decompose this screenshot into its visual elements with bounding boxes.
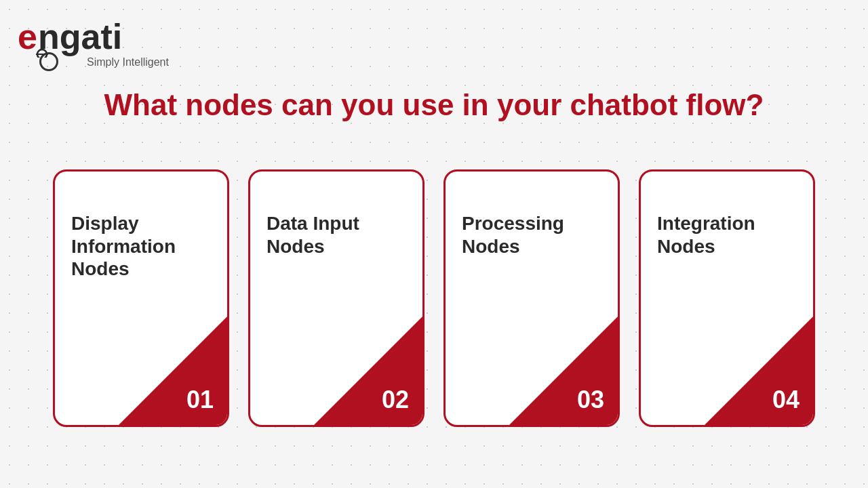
card-title-02: Data Input Nodes <box>267 212 406 258</box>
logo: e ngati Simply Intelligent <box>16 14 169 71</box>
card-04: Integration Nodes04 <box>639 169 815 427</box>
cards-container: Display Information Nodes01Data Input No… <box>41 169 827 427</box>
logo-circle-icon <box>39 52 58 71</box>
card-number-04: 04 <box>772 386 800 414</box>
card-03: Processing Nodes03 <box>443 169 620 427</box>
card-number-02: 02 <box>382 386 409 414</box>
main-title: What nodes can you use in your chatbot f… <box>0 88 868 122</box>
logo-tagline: Simply Intelligent <box>87 56 169 68</box>
card-title-04: Integration Nodes <box>657 212 797 258</box>
svg-text:ngati: ngati <box>38 17 122 56</box>
logo-svg: e ngati <box>16 14 152 58</box>
card-title-03: Processing Nodes <box>462 212 601 258</box>
card-01: Display Information Nodes01 <box>53 169 229 427</box>
card-02: Data Input Nodes02 <box>248 169 425 427</box>
card-number-03: 03 <box>577 386 604 414</box>
card-number-01: 01 <box>186 386 214 414</box>
card-title-01: Display Information Nodes <box>71 212 211 281</box>
svg-text:e: e <box>18 17 37 56</box>
